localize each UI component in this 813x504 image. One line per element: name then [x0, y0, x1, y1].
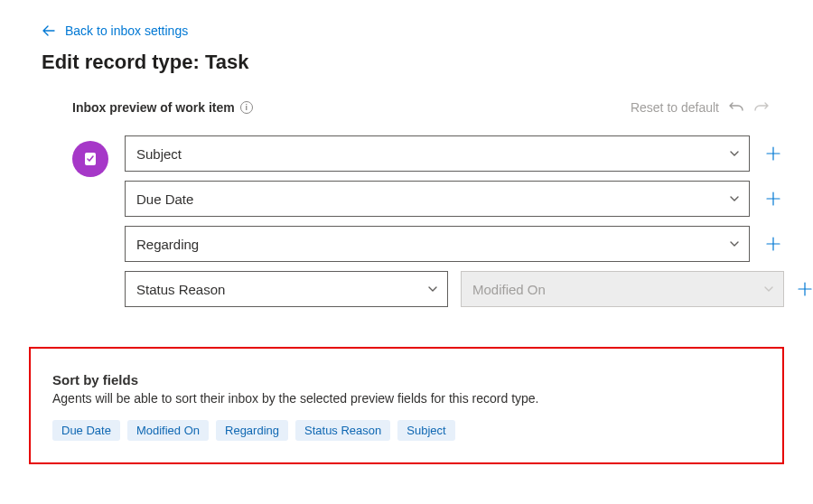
field-select-value: Regarding	[136, 237, 199, 252]
page-title: Edit record type: Task	[42, 51, 784, 74]
field-select-value: Modified On	[472, 282, 546, 297]
redo-icon[interactable]	[753, 99, 770, 116]
add-field-button[interactable]	[797, 278, 813, 300]
info-icon[interactable]: i	[240, 101, 253, 114]
back-link-label: Back to inbox settings	[65, 23, 188, 38]
sort-chip-group: Due Date Modified On Regarding Status Re…	[52, 420, 761, 441]
field-select-value: Status Reason	[136, 282, 225, 297]
sort-title: Sort by fields	[52, 372, 761, 387]
chevron-down-icon	[763, 282, 774, 297]
back-to-inbox-settings-link[interactable]: Back to inbox settings	[42, 23, 784, 38]
add-field-button[interactable]	[762, 233, 784, 255]
sort-chip[interactable]: Subject	[397, 420, 454, 441]
field-select-regarding[interactable]: Regarding	[125, 226, 750, 262]
record-type-icon	[72, 141, 108, 177]
sort-chip[interactable]: Modified On	[127, 420, 209, 441]
chevron-down-icon	[729, 237, 740, 252]
field-select-status-reason[interactable]: Status Reason	[125, 271, 448, 307]
arrow-left-icon	[42, 23, 56, 38]
chevron-down-icon	[729, 191, 740, 207]
field-select-due-date[interactable]: Due Date	[125, 181, 750, 217]
sort-chip[interactable]: Due Date	[52, 420, 120, 441]
add-field-button[interactable]	[762, 143, 784, 164]
chevron-down-icon	[427, 282, 438, 297]
field-select-value: Subject	[136, 146, 182, 162]
field-select-value: Due Date	[136, 191, 193, 207]
add-field-button[interactable]	[762, 188, 784, 210]
reset-to-default-button[interactable]: Reset to default	[631, 100, 719, 115]
sort-chip[interactable]: Regarding	[216, 420, 288, 441]
field-select-modified-on: Modified On	[461, 271, 784, 307]
sort-chip[interactable]: Status Reason	[295, 420, 390, 441]
field-select-subject[interactable]: Subject	[125, 135, 750, 172]
section-title-text: Inbox preview of work item	[72, 100, 235, 115]
sort-by-fields-panel: Sort by fields Agents will be able to so…	[29, 347, 784, 464]
section-title: Inbox preview of work item i	[72, 100, 253, 115]
undo-icon[interactable]	[728, 99, 744, 116]
sort-description: Agents will be able to sort their inbox …	[52, 391, 761, 406]
chevron-down-icon	[729, 146, 740, 162]
